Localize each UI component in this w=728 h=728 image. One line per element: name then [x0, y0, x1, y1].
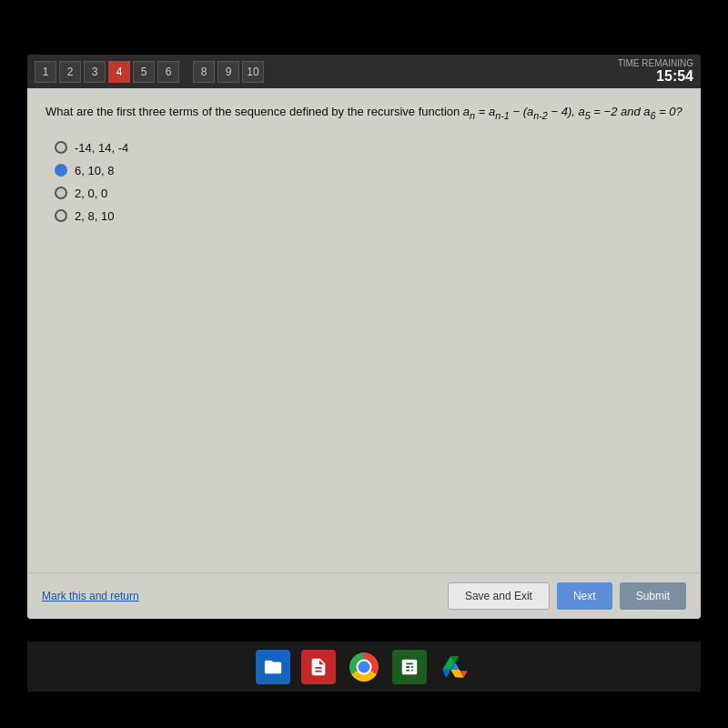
submit-button[interactable]: Submit: [620, 582, 686, 610]
answer-label-a: -14, 14, -4: [75, 141, 128, 155]
next-button[interactable]: Next: [557, 582, 612, 610]
time-remaining: TIME REMAINING 15:54: [618, 58, 693, 85]
answer-label-c: 2, 0, 0: [75, 187, 107, 200]
nav-num-2[interactable]: 2: [59, 61, 81, 83]
question-formula: an = an-1 − (an-2 − 4), a5 = −2 and a6 =…: [463, 105, 682, 118]
answer-label-b: 6, 10, 8: [75, 164, 114, 177]
taskbar: [27, 642, 701, 692]
answers-list: -14, 14, -4 6, 10, 8 2, 0, 0 2, 8, 10: [55, 141, 682, 223]
answer-label-d: 2, 8, 10: [75, 209, 114, 223]
nav-bar: 1 2 3 4 5 6 8 9 10 TIME REMAINING 15:54: [27, 55, 701, 88]
nav-num-10[interactable]: 10: [242, 61, 264, 83]
answer-option-c[interactable]: 2, 0, 0: [55, 187, 682, 200]
nav-num-3[interactable]: 3: [84, 61, 106, 83]
taskbar-drive-icon[interactable]: [438, 650, 472, 684]
bottom-bar: Mark this and return Save and Exit Next …: [27, 572, 701, 619]
nav-num-5[interactable]: 5: [133, 61, 155, 83]
taskbar-docs-icon[interactable]: [301, 650, 336, 684]
chrome-icon-graphic: [349, 652, 379, 682]
nav-num-9[interactable]: 9: [217, 61, 239, 83]
quiz-content: What are the first three terms of the se…: [27, 88, 701, 572]
nav-num-6[interactable]: 6: [157, 61, 179, 83]
taskbar-files-icon[interactable]: [256, 650, 290, 684]
radio-d: [55, 209, 67, 222]
nav-num-1[interactable]: 1: [35, 61, 56, 83]
nav-num-8[interactable]: 8: [193, 61, 215, 83]
answer-option-a[interactable]: -14, 14, -4: [55, 141, 682, 155]
bottom-buttons: Save and Exit Next Submit: [448, 582, 686, 610]
radio-c: [55, 187, 67, 199]
time-label: TIME REMAINING: [618, 58, 693, 68]
save-exit-button[interactable]: Save and Exit: [448, 582, 550, 610]
screen-area: 1 2 3 4 5 6 8 9 10 TIME REMAINING 15:54 …: [27, 55, 701, 619]
answer-option-b[interactable]: 6, 10, 8: [55, 164, 682, 177]
question-prefix: What are the first three terms of the se…: [46, 105, 463, 118]
question-text: What are the first three terms of the se…: [46, 103, 682, 123]
taskbar-chrome-icon[interactable]: [347, 650, 381, 684]
mark-return-link[interactable]: Mark this and return: [42, 590, 139, 602]
radio-b: [55, 164, 67, 177]
nav-num-4[interactable]: 4: [108, 61, 130, 83]
answer-option-d[interactable]: 2, 8, 10: [55, 209, 682, 223]
radio-a: [55, 141, 67, 154]
time-value: 15:54: [618, 68, 693, 85]
taskbar-sheets-icon[interactable]: [392, 650, 427, 684]
